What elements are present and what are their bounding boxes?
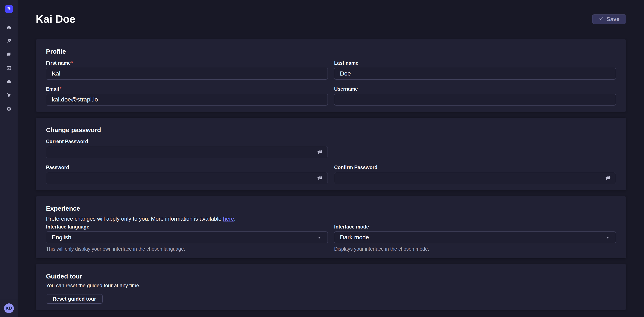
last-name-input[interactable] (334, 68, 616, 80)
sidebar-logo-block (0, 0, 18, 18)
strapi-logo[interactable] (5, 5, 13, 13)
confirm-password-input[interactable] (334, 172, 616, 184)
email-field-group: Email* (46, 86, 328, 105)
current-password-input-wrap (46, 146, 328, 158)
username-label: Username (334, 86, 616, 92)
avatar[interactable]: KD (4, 303, 14, 313)
save-button-label: Save (606, 16, 620, 22)
sidebar: KD (0, 0, 18, 317)
media-library-icon (6, 52, 12, 58)
new-password-field-group: Password (46, 164, 328, 184)
first-name-field-group: First name* (46, 60, 328, 80)
sidebar-item-content-type-builder[interactable] (4, 64, 14, 73)
toggle-confirm-password-visibility-button[interactable] (605, 175, 611, 181)
profile-form-grid: First name* Last name Email* Username (46, 60, 616, 105)
email-label-text: Email (46, 86, 59, 92)
interface-mode-select[interactable]: Dark mode (334, 232, 616, 243)
interface-mode-hint: Displays your interface in the chosen mo… (334, 246, 616, 252)
current-password-input[interactable] (46, 146, 328, 158)
password-form-grid: Current Password (46, 138, 616, 184)
experience-subtitle-period: . (234, 216, 236, 222)
cart-icon (6, 93, 12, 99)
home-icon (6, 25, 12, 31)
email-label: Email* (46, 86, 328, 92)
save-button[interactable]: Save (592, 14, 626, 24)
change-password-card: Change password Current Password (36, 118, 626, 190)
here-link[interactable]: here (223, 216, 234, 222)
confirm-password-field-group: Confirm Password (334, 164, 616, 184)
interface-mode-label: Interface mode (334, 224, 616, 230)
eye-slash-icon (317, 149, 323, 156)
required-asterisk: * (60, 86, 61, 92)
interface-mode-field-group: Interface mode Dark mode Displays your i… (334, 224, 616, 252)
experience-subtitle: Preference changes will apply only to yo… (46, 215, 616, 222)
new-password-label: Password (46, 164, 328, 170)
page-header: Kai Doe Save (36, 13, 626, 25)
toggle-new-password-visibility-button[interactable] (317, 175, 323, 181)
interface-language-label: Interface language (46, 224, 328, 230)
profile-card-title: Profile (46, 48, 616, 55)
password-grid-spacer (334, 138, 616, 158)
confirm-password-input-wrap (334, 172, 616, 184)
experience-form-grid: Interface language English This will onl… (46, 224, 616, 252)
new-password-input[interactable] (46, 172, 328, 184)
first-name-label: First name* (46, 60, 328, 66)
sidebar-footer: KD (0, 299, 18, 317)
experience-subtitle-text: Preference changes will apply only to yo… (46, 216, 223, 222)
feather-icon (6, 38, 12, 44)
experience-card-title: Experience (46, 205, 616, 212)
eye-slash-icon (605, 175, 611, 181)
interface-mode-value: Dark mode (340, 234, 369, 241)
guided-tour-card-title: Guided tour (46, 273, 616, 280)
last-name-label: Last name (334, 60, 616, 66)
experience-card: Experience Preference changes will apply… (36, 196, 626, 258)
sidebar-item-content-manager[interactable] (4, 36, 14, 46)
gear-icon (6, 106, 12, 112)
reset-guided-tour-button[interactable]: Reset guided tour (46, 294, 103, 304)
first-name-input[interactable] (46, 68, 328, 80)
guided-tour-description: You can reset the guided tour at any tim… (46, 282, 616, 289)
change-password-card-title: Change password (46, 126, 616, 134)
caret-down-icon (317, 235, 322, 240)
main-content: Kai Doe Save Profile First name* Last na… (18, 0, 644, 317)
required-asterisk: * (71, 60, 73, 66)
layout-icon (6, 65, 12, 71)
sidebar-item-home[interactable] (4, 23, 14, 32)
first-name-label-text: First name (46, 60, 71, 66)
cloud-icon (6, 79, 12, 85)
interface-language-value: English (52, 234, 71, 241)
profile-card: Profile First name* Last name Email* Use… (36, 39, 626, 112)
email-input[interactable] (46, 94, 328, 105)
username-input[interactable] (334, 94, 616, 105)
check-icon (599, 16, 604, 22)
strapi-logo-icon (6, 6, 12, 12)
interface-language-select[interactable]: English (46, 232, 328, 243)
last-name-field-group: Last name (334, 60, 616, 80)
confirm-password-label: Confirm Password (334, 164, 616, 170)
current-password-field-group: Current Password (46, 138, 328, 158)
username-field-group: Username (334, 86, 616, 105)
caret-down-icon (605, 235, 610, 240)
sidebar-item-marketplace[interactable] (4, 91, 14, 100)
interface-language-hint: This will only display your own interfac… (46, 246, 328, 252)
current-password-label: Current Password (46, 138, 328, 144)
toggle-current-password-visibility-button[interactable] (317, 149, 323, 155)
new-password-input-wrap (46, 172, 328, 184)
sidebar-item-cloud[interactable] (4, 77, 14, 87)
page-title: Kai Doe (36, 13, 76, 25)
sidebar-nav (4, 23, 14, 114)
guided-tour-card: Guided tour You can reset the guided tou… (36, 264, 626, 310)
sidebar-item-media-library[interactable] (4, 50, 14, 59)
sidebar-item-settings[interactable] (4, 105, 14, 114)
interface-language-field-group: Interface language English This will onl… (46, 224, 328, 252)
eye-slash-icon (317, 175, 323, 181)
